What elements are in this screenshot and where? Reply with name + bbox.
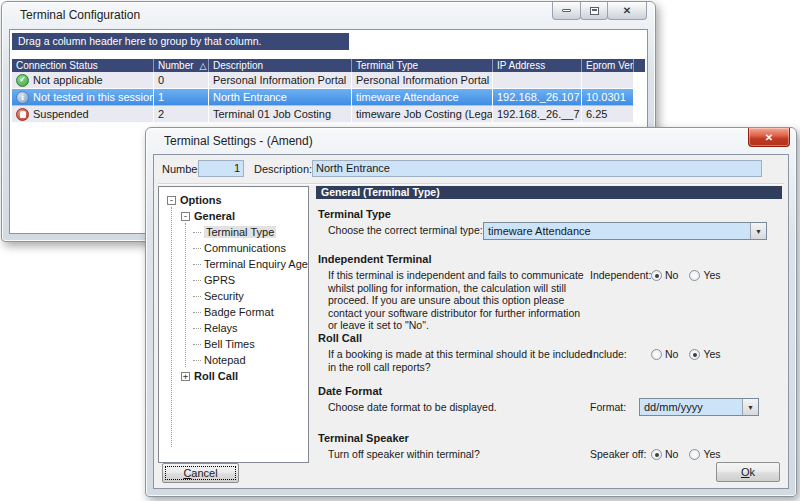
tree-branch-icon — [193, 248, 201, 249]
section-title-terminal-speaker: Terminal Speaker — [318, 432, 782, 444]
chevron-down-icon[interactable]: ▼ — [750, 223, 766, 239]
tree-item-general[interactable]: - General — [159, 208, 308, 224]
independent-label: Independent: — [590, 269, 651, 281]
date-format-description: Choose date format to be displayed. — [328, 401, 592, 414]
description-label: Description: — [254, 163, 312, 175]
tree-item-notepad[interactable]: Notepad — [159, 352, 308, 368]
tree-item-terminal-type[interactable]: Terminal Type — [159, 224, 308, 240]
number-field[interactable]: 1 — [198, 160, 244, 177]
tree-branch-icon — [193, 312, 201, 313]
dialog-close-button[interactable]: ✕ — [748, 128, 790, 147]
tree-item-relays[interactable]: Relays — [159, 320, 308, 336]
description-field[interactable]: North Entrance — [312, 160, 762, 177]
dialog-body: Number: 1 Description: North Entrance - … — [153, 154, 789, 489]
include-yes-radio[interactable] — [689, 349, 700, 360]
tree-item-gprs[interactable]: GPRS — [159, 272, 308, 288]
column-header-ip-address[interactable]: IP Address — [493, 59, 582, 72]
column-header-description[interactable]: Description — [209, 59, 352, 72]
tree-branch-icon — [193, 344, 201, 345]
divider — [158, 183, 784, 185]
grid-header-row: Connection Status Number△ Description Te… — [12, 59, 645, 72]
close-icon: ✕ — [765, 132, 773, 143]
tree-item-bell-times[interactable]: Bell Times — [159, 336, 308, 352]
include-label: Include: — [590, 348, 651, 360]
independent-no-radio[interactable] — [651, 270, 662, 281]
tree-item-options[interactable]: - Options — [159, 192, 308, 208]
chevron-down-icon[interactable]: ▼ — [742, 399, 758, 415]
tree-branch-icon — [193, 328, 201, 329]
sort-ascending-icon: △ — [200, 61, 207, 71]
section-title-independent: Independent Terminal — [318, 253, 782, 265]
column-header-connection-status[interactable]: Connection Status — [12, 59, 154, 72]
status-suspended-icon — [16, 108, 29, 121]
tree-item-security[interactable]: Security — [159, 288, 308, 304]
tree-item-communications[interactable]: Communications — [159, 240, 308, 256]
settings-panel: General (Terminal Type) Terminal Type Ch… — [316, 186, 782, 464]
tree-collapse-icon[interactable]: - — [181, 212, 190, 221]
speaker-off-label: Speaker off: — [590, 448, 651, 460]
independent-yes-radio[interactable] — [689, 270, 700, 281]
tree-expand-icon[interactable]: + — [181, 372, 190, 381]
close-icon: ✕ — [623, 5, 631, 16]
group-by-bar[interactable]: Drag a column header here to group by th… — [12, 33, 349, 50]
speaker-no-radio[interactable] — [651, 449, 662, 460]
title-bar[interactable]: Terminal Configuration ✕ — [2, 2, 655, 28]
speaker-description: Turn off speaker within terminal? — [328, 448, 592, 461]
roll-call-description: If a booking is made at this terminal sh… — [328, 348, 592, 373]
tree-item-roll-call[interactable]: + Roll Call — [159, 368, 308, 384]
tree-item-terminal-enquiry-agent[interactable]: Terminal Enquiry Agent — [159, 256, 308, 272]
date-format-dropdown[interactable]: dd/mm/yyyy ▼ — [639, 398, 759, 416]
column-header-filler — [634, 59, 645, 72]
minimize-icon — [562, 9, 571, 12]
terminal-settings-dialog: Terminal Settings - (Amend) ✕ Number: 1 … — [145, 127, 797, 497]
maximize-button[interactable] — [580, 2, 608, 20]
tree-item-badge-format[interactable]: Badge Format — [159, 304, 308, 320]
ok-button[interactable]: Ok — [716, 462, 780, 482]
table-row[interactable]: Suspended 2 Terminal 01 Job Costing time… — [12, 106, 645, 123]
section-title-roll-call: Roll Call — [318, 332, 782, 344]
column-header-terminal-type[interactable]: Terminal Type — [352, 59, 493, 72]
tree-connector — [171, 207, 172, 447]
window-title: Terminal Configuration — [20, 8, 140, 22]
section-title-terminal-type: Terminal Type — [318, 208, 782, 220]
section-title-date-format: Date Format — [318, 385, 782, 397]
tree-branch-icon — [193, 232, 201, 233]
column-header-number[interactable]: Number△ — [154, 59, 209, 72]
options-tree: - Options - General Terminal Type Commun… — [158, 186, 309, 463]
table-row[interactable]: ✓Not applicable 0 Personal Information P… — [12, 72, 645, 89]
column-header-eprom-vers[interactable]: Eprom Vers. — [582, 59, 634, 72]
speaker-yes-radio[interactable] — [689, 449, 700, 460]
include-no-radio[interactable] — [651, 349, 662, 360]
minimize-button[interactable] — [552, 2, 581, 20]
panel-header: General (Terminal Type) — [316, 186, 782, 199]
terminal-type-dropdown[interactable]: timeware Attendance ▼ — [483, 222, 767, 240]
close-button[interactable]: ✕ — [607, 2, 647, 20]
maximize-icon — [590, 7, 599, 15]
cancel-button[interactable]: Cancel — [162, 463, 239, 483]
dialog-title: Terminal Settings - (Amend) — [164, 134, 313, 148]
status-ok-icon: ✓ — [16, 74, 29, 87]
tree-connector — [185, 223, 186, 367]
tree-branch-icon — [193, 280, 201, 281]
tree-collapse-icon[interactable]: - — [167, 196, 176, 205]
tree-branch-icon — [193, 296, 201, 297]
status-info-icon: i — [16, 91, 29, 104]
tree-branch-icon — [193, 360, 201, 361]
dialog-title-bar[interactable]: Terminal Settings - (Amend) ✕ — [146, 128, 796, 154]
independent-description: If this terminal is independent and fail… — [328, 269, 592, 332]
tree-branch-icon — [193, 264, 201, 265]
table-row-selected[interactable]: iNot tested in this session 1 North Entr… — [12, 89, 645, 106]
